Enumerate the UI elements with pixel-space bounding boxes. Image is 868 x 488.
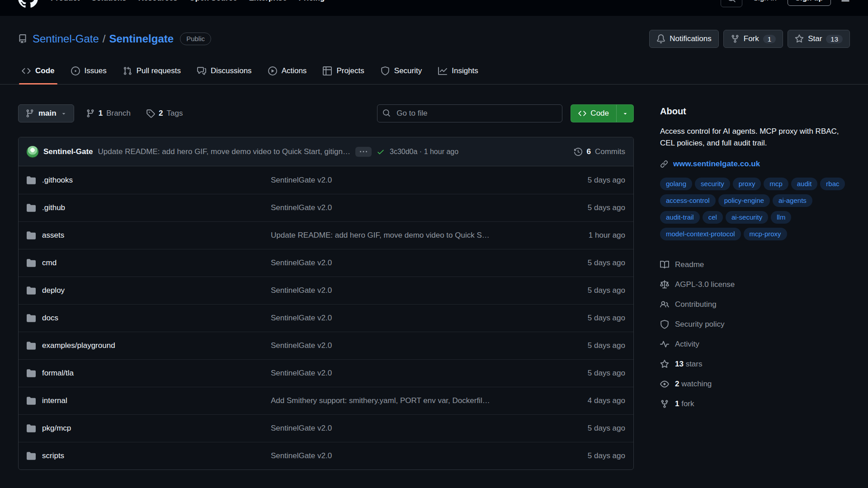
file-commit-message-link[interactable]: Update README: add hero GIF, move demo v… bbox=[271, 231, 548, 240]
file-link[interactable]: internal bbox=[42, 396, 67, 405]
tab-issues[interactable]: Issues bbox=[65, 58, 113, 84]
nav-item-pricing[interactable]: Pricing bbox=[294, 0, 330, 6]
commit-more-button[interactable] bbox=[355, 147, 372, 157]
file-commit-message-link[interactable]: SentinelGate v2.0 bbox=[271, 314, 548, 323]
star-count-badge: 13 bbox=[826, 35, 843, 43]
tab-discussions[interactable]: Discussions bbox=[191, 58, 258, 84]
topic-audit[interactable]: audit bbox=[791, 178, 818, 190]
file-link[interactable]: pkg/mcp bbox=[42, 424, 71, 433]
topic-access-control[interactable]: access-control bbox=[660, 194, 716, 207]
file-rows: .githooksSentinelGate v2.05 days ago.git… bbox=[19, 166, 633, 469]
fork-button[interactable]: Fork 1 bbox=[723, 30, 783, 48]
notifications-button[interactable]: Notifications bbox=[649, 30, 719, 48]
file-link[interactable]: deploy bbox=[42, 286, 65, 295]
topic-llm[interactable]: llm bbox=[771, 211, 791, 224]
file-commit-message-link[interactable]: SentinelGate v2.0 bbox=[271, 286, 548, 295]
file-name-cell: assets bbox=[27, 231, 271, 240]
tab-label: Issues bbox=[85, 66, 107, 75]
sign-in-link[interactable]: Sign in bbox=[750, 0, 780, 5]
tab-insights[interactable]: Insights bbox=[432, 58, 485, 84]
commit-sha-time[interactable]: 3c30d0a · 1 hour ago bbox=[390, 148, 458, 156]
meta-contributing[interactable]: Contributing bbox=[660, 295, 850, 314]
topic-golang[interactable]: golang bbox=[660, 178, 692, 190]
file-commit-age: 5 days ago bbox=[548, 369, 625, 378]
meta-activity[interactable]: Activity bbox=[660, 334, 850, 354]
meta-readme[interactable]: Readme bbox=[660, 255, 850, 275]
file-commit-message-link[interactable]: SentinelGate v2.0 bbox=[271, 258, 548, 267]
branches-link[interactable]: 1 Branch bbox=[82, 106, 134, 121]
tag-icon bbox=[146, 109, 155, 118]
commit-history-link[interactable]: 6 Commits bbox=[574, 147, 625, 156]
topic-proxy[interactable]: proxy bbox=[733, 178, 761, 190]
file-commit-message-link[interactable]: SentinelGate v2.0 bbox=[271, 451, 548, 460]
nav-item-resources[interactable]: Resources bbox=[134, 0, 182, 6]
commit-author-link[interactable]: Sentinel-Gate bbox=[43, 147, 93, 156]
nav-item-enterprise[interactable]: Enterprise bbox=[244, 0, 291, 6]
nav-item-product[interactable]: Product bbox=[46, 0, 84, 6]
commit-message-link[interactable]: Update README: add hero GIF, move demo v… bbox=[98, 147, 350, 156]
topic-ai-security[interactable]: ai-security bbox=[726, 211, 768, 224]
repo-icon bbox=[18, 34, 27, 43]
meta-stars[interactable]: 13 stars bbox=[660, 354, 850, 374]
branch-selector[interactable]: main bbox=[18, 104, 74, 122]
file-link[interactable]: docs bbox=[42, 314, 58, 323]
link-icon bbox=[660, 160, 668, 168]
repo-owner-link[interactable]: Sentinel-Gate bbox=[33, 33, 99, 45]
menu-icon[interactable] bbox=[841, 0, 850, 3]
checks-passed-icon[interactable] bbox=[377, 148, 385, 156]
topic-policy-engine[interactable]: policy-engine bbox=[718, 194, 770, 207]
file-commit-message-link[interactable]: SentinelGate v2.0 bbox=[271, 176, 548, 185]
file-commit-age: 5 days ago bbox=[548, 203, 625, 212]
tab-label: Security bbox=[394, 66, 422, 75]
file-link[interactable]: formal/tla bbox=[42, 369, 74, 378]
nav-item-solutions[interactable]: Solutions bbox=[87, 0, 131, 6]
go-to-file-input[interactable] bbox=[377, 104, 562, 122]
repo-name-link[interactable]: Sentinelgate bbox=[109, 33, 174, 45]
file-link[interactable]: assets bbox=[42, 231, 64, 240]
tags-link[interactable]: 2 Tags bbox=[142, 106, 186, 121]
file-link[interactable]: .githooks bbox=[42, 176, 73, 185]
tab-pull-requests[interactable]: Pull requests bbox=[117, 58, 187, 84]
tab-security[interactable]: Security bbox=[374, 58, 428, 84]
topic-security[interactable]: security bbox=[695, 178, 730, 190]
meta-agpl-3-0-license[interactable]: AGPL-3.0 license bbox=[660, 275, 850, 295]
topic-rbac[interactable]: rbac bbox=[820, 178, 845, 190]
star-button[interactable]: Star 13 bbox=[788, 30, 850, 48]
sign-up-button[interactable]: Sign up bbox=[788, 0, 831, 6]
nav-item-open-source[interactable]: Open Source bbox=[185, 0, 242, 6]
github-logo-icon[interactable] bbox=[18, 0, 38, 8]
topic-model-context-protocol[interactable]: model-context-protocol bbox=[660, 228, 741, 240]
folder-icon bbox=[27, 369, 36, 378]
tab-code[interactable]: Code bbox=[15, 58, 61, 84]
website-link[interactable]: www.sentinelgate.co.uk bbox=[673, 160, 760, 169]
file-commit-age: 5 days ago bbox=[548, 424, 625, 433]
file-commit-message-link[interactable]: SentinelGate v2.0 bbox=[271, 341, 548, 350]
file-link[interactable]: scripts bbox=[42, 451, 64, 460]
file-name-cell: docs bbox=[27, 314, 271, 323]
topic-ai-agents[interactable]: ai-agents bbox=[773, 194, 812, 207]
file-link[interactable]: examples/playground bbox=[42, 341, 115, 350]
meta-security-policy[interactable]: Security policy bbox=[660, 314, 850, 334]
shield-icon bbox=[660, 320, 669, 329]
file-commit-message-link[interactable]: Add Smithery support: smithery.yaml, POR… bbox=[271, 396, 548, 405]
topic-mcp[interactable]: mcp bbox=[764, 178, 788, 190]
code-dropdown-caret[interactable] bbox=[616, 105, 633, 122]
tab-projects[interactable]: Projects bbox=[316, 58, 370, 84]
about-sidebar: About Access control for AI agents. MCP … bbox=[660, 104, 850, 470]
tab-actions[interactable]: Actions bbox=[262, 58, 313, 84]
code-button[interactable]: Code bbox=[571, 104, 634, 122]
file-link[interactable]: cmd bbox=[42, 258, 57, 267]
file-commit-message-link[interactable]: SentinelGate v2.0 bbox=[271, 203, 548, 212]
topic-cel[interactable]: cel bbox=[703, 211, 723, 224]
author-avatar[interactable] bbox=[27, 146, 38, 158]
topic-mcp-proxy[interactable]: mcp-proxy bbox=[744, 228, 787, 240]
file-commit-message-link[interactable]: SentinelGate v2.0 bbox=[271, 424, 548, 433]
file-link[interactable]: .github bbox=[42, 203, 65, 212]
topic-audit-trail[interactable]: audit-trail bbox=[660, 211, 700, 224]
meta-watching[interactable]: 2 watching bbox=[660, 374, 850, 394]
nav-search-button[interactable] bbox=[721, 0, 742, 7]
file-commit-message-link[interactable]: SentinelGate v2.0 bbox=[271, 369, 548, 378]
meta-fork[interactable]: 1 fork bbox=[660, 394, 850, 414]
folder-icon bbox=[27, 424, 36, 433]
file-row: .githooksSentinelGate v2.05 days ago bbox=[19, 166, 633, 194]
